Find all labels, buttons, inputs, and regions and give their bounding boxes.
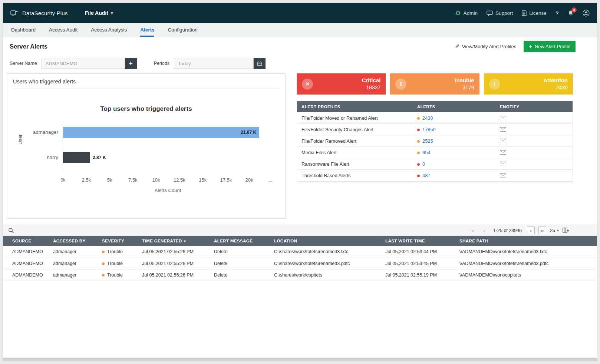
- x-tick: 5k: [107, 177, 112, 183]
- view-modify-alert-profiles-link[interactable]: ✎ View/Modify Alert Profiles: [455, 43, 516, 49]
- alert-count-link[interactable]: 17850: [422, 127, 436, 132]
- cell-location: C:\shares\work\totets\renamed3.pdfc: [271, 258, 382, 269]
- server-name-label: Server Name: [10, 61, 37, 66]
- severity-label: Trouble: [107, 249, 123, 254]
- cell-alert-message: Delete: [211, 246, 271, 258]
- col-accessed-by[interactable]: ACCESSED BY: [50, 236, 99, 246]
- alert-count-link[interactable]: 487: [422, 173, 430, 178]
- help-button[interactable]: ?: [556, 10, 559, 16]
- profile-name: File/Folder Removed Alert: [297, 138, 413, 144]
- x-tick: 20k: [245, 177, 253, 183]
- bar-chart: Top users who triggered alerts User adma…: [7, 89, 285, 211]
- module-selector[interactable]: File Audit ▾: [85, 10, 113, 16]
- view-modify-label: View/Modify Alert Profiles: [462, 44, 516, 49]
- right-column: ✕ Critical 18337 !! Trouble 3179 !: [297, 73, 573, 182]
- calendar-button[interactable]: [254, 58, 266, 69]
- horizontal-scrollbar[interactable]: [3, 358, 597, 361]
- notifications-button[interactable]: 3: [568, 10, 574, 16]
- page-size-select[interactable]: 25 ▾: [550, 228, 559, 233]
- cell-time-generated: Jul 05,2021 02:55:26 PM: [139, 269, 211, 281]
- critical-count: 18337: [362, 84, 380, 92]
- alert-profiles-table: ALERT PROFILES ALERTS ENOTIFY File/Folde…: [297, 101, 573, 182]
- table-row[interactable]: ADMANDEMO admanager Trouble Jul 05,2021 …: [3, 258, 597, 269]
- col-severity[interactable]: SEVERITY: [99, 236, 139, 246]
- attention-exclaim-icon: !: [489, 79, 500, 90]
- next-page-button[interactable]: ›: [527, 226, 535, 234]
- table-row[interactable]: ADMANDEMO admanager Trouble Jul 05,2021 …: [3, 246, 597, 258]
- severity-label: Trouble: [107, 272, 123, 278]
- admin-gear-icon: ⚙: [455, 10, 461, 16]
- search-icon: [8, 228, 14, 234]
- chevron-down-icon: ▾: [557, 228, 559, 232]
- column-chooser-button[interactable]: [563, 228, 569, 233]
- license-menu[interactable]: License: [522, 10, 547, 16]
- periods-input[interactable]: [174, 58, 254, 69]
- support-menu[interactable]: Support: [487, 10, 513, 16]
- users-alerts-card: Users who triggered alerts Top users who…: [7, 73, 286, 219]
- bar-admanager[interactable]: 21.07 K: [63, 127, 259, 138]
- page-size-value: 25: [550, 228, 555, 233]
- attention-count: 2430: [543, 84, 568, 92]
- bar-harry[interactable]: 2.87 K: [63, 152, 90, 163]
- tab-access-analysis[interactable]: Access Analysis: [91, 23, 127, 37]
- enotify-envelope-icon[interactable]: [500, 116, 506, 120]
- col-time-generated[interactable]: TIME GENERATED▾: [139, 236, 211, 246]
- enotify-envelope-icon[interactable]: [500, 150, 506, 155]
- new-alert-profile-label: New Alert Profile: [535, 44, 570, 49]
- col-alert-profiles: ALERT PROFILES: [297, 105, 413, 109]
- profile-row: Media Files Alert 654: [297, 147, 573, 158]
- text-cursor: [15, 228, 15, 233]
- col-location[interactable]: LOCATION: [271, 236, 382, 246]
- tab-configuration[interactable]: Configuration: [168, 23, 197, 37]
- cell-severity: Trouble: [99, 269, 139, 281]
- alert-count-link[interactable]: 654: [422, 150, 430, 155]
- col-source[interactable]: SOURCE: [3, 236, 50, 246]
- trouble-card[interactable]: !! Trouble 3179: [390, 73, 479, 95]
- col-share-path[interactable]: SHARE PATH: [456, 236, 597, 246]
- alert-count-link[interactable]: 0: [422, 161, 425, 167]
- server-name-input[interactable]: [42, 58, 125, 69]
- tab-access-audit[interactable]: Access Audit: [49, 23, 78, 37]
- critical-label: Critical: [362, 76, 380, 84]
- severity-dot: [102, 262, 105, 265]
- user-menu[interactable]: [583, 10, 590, 17]
- attention-card[interactable]: ! Attention 2430: [484, 73, 573, 95]
- enotify-envelope-icon[interactable]: [500, 139, 506, 143]
- cell-alert-message: Delete: [211, 269, 271, 281]
- critical-card[interactable]: ✕ Critical 18337: [297, 73, 386, 95]
- tab-alerts[interactable]: Alerts: [140, 23, 154, 37]
- col-last-write-time[interactable]: LAST WRITE TIME: [382, 236, 456, 246]
- sort-desc-icon: ▾: [184, 239, 186, 243]
- table-row[interactable]: ADMANDEMO admanager Trouble Jul 05,2021 …: [3, 269, 597, 281]
- tab-bar: Dashboard Access Audit Access Analysis A…: [3, 23, 597, 37]
- critical-x-icon: ✕: [302, 79, 313, 90]
- profile-row: File/Folder Moved or Renamed Alert 2430: [297, 112, 573, 124]
- profile-name: File/Folder Security Changes Alert: [297, 127, 413, 132]
- support-label: Support: [495, 10, 513, 16]
- enotify-envelope-icon[interactable]: [500, 162, 506, 166]
- enotify-envelope-icon[interactable]: [500, 127, 506, 132]
- enotify-envelope-icon[interactable]: [500, 173, 506, 178]
- search-button[interactable]: [8, 228, 15, 234]
- first-page-button[interactable]: «: [469, 226, 477, 234]
- new-alert-profile-button[interactable]: + New Alert Profile: [524, 41, 576, 52]
- periods-label: Periods: [154, 61, 169, 66]
- tab-dashboard[interactable]: Dashboard: [11, 23, 36, 37]
- cell-share-path: \\ADMANDEMO\work\copitets: [456, 269, 597, 281]
- calendar-icon: [257, 61, 262, 66]
- col-alert-message[interactable]: ALERT MESSAGE: [211, 236, 271, 246]
- profile-name: Ransomware File Alert: [297, 161, 413, 167]
- x-tick: 2.5k: [82, 177, 91, 183]
- severity-dot: [102, 251, 105, 253]
- alert-count-link[interactable]: 2430: [422, 115, 433, 121]
- alert-count-link[interactable]: 2525: [422, 138, 433, 144]
- last-page-button[interactable]: »: [538, 226, 546, 234]
- col-alerts: ALERTS: [413, 105, 495, 109]
- admin-menu[interactable]: ⚙ Admin: [455, 10, 478, 16]
- add-server-button[interactable]: +: [125, 58, 137, 69]
- notification-badge: 3: [571, 7, 577, 13]
- pagination: « ‹ 1-25 of 23946 › » 25 ▾: [469, 226, 597, 234]
- attention-label: Attention: [543, 76, 568, 84]
- prev-page-button[interactable]: ‹: [480, 226, 488, 234]
- cell-location: C:\shares\work\totets\renamed3.txtc: [271, 246, 382, 258]
